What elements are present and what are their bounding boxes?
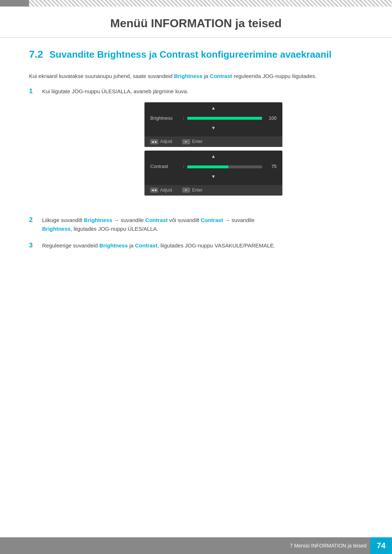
step-3-text-end: , liigutades JOG-nuppu VASAKULE/PAREMALE… bbox=[158, 242, 275, 249]
brightness-enter-item: ↵ Enter bbox=[182, 138, 203, 145]
contrast-colon: : bbox=[183, 163, 184, 171]
step-3: 3 Reguleerige suvandeid Brightness ja Co… bbox=[29, 241, 363, 250]
step-3-text-before: Reguleerige suvandeid bbox=[42, 242, 99, 249]
brightness-bar-fill bbox=[187, 117, 262, 120]
step-1-content: Kui liigutate JOG-nuppu ÜLES/ALLA, avane… bbox=[42, 87, 363, 208]
brightness-screen: ▲ Brightness : 100 ▼ bbox=[144, 102, 282, 147]
step-2-text-mid2: või suvandilt bbox=[168, 217, 201, 223]
brightness-bar bbox=[187, 117, 262, 120]
section-number: 7.2 bbox=[29, 49, 44, 60]
step-2-number: 2 bbox=[29, 216, 39, 224]
intro-text-before: Kui ekraanil kuvatakse suunanupu juhend,… bbox=[29, 73, 174, 79]
step-2-text-mid1: suvandile bbox=[121, 217, 146, 223]
intro-paragraph: Kui ekraanil kuvatakse suunanupu juhend,… bbox=[29, 72, 363, 81]
footer-text: 7 Menüü INFORMATION ja teised bbox=[290, 543, 370, 549]
step-3-bold-contrast: Contrast bbox=[135, 242, 158, 249]
step-1: 1 Kui liigutate JOG-nuppu ÜLES/ALLA, ava… bbox=[29, 87, 363, 208]
step-3-text-mid: ja bbox=[128, 242, 135, 249]
brightness-arrow-down: ▼ bbox=[144, 124, 282, 134]
step-1-number: 1 bbox=[29, 87, 39, 95]
step-3-bold-brightness: Brightness bbox=[99, 242, 128, 249]
step-2-text-end: , liigutades JOG-nuppu ÜLES/ALLA. bbox=[70, 226, 158, 232]
page-footer: 7 Menüü INFORMATION ja teised 74 bbox=[0, 537, 392, 554]
top-bar-accent bbox=[0, 0, 29, 7]
contrast-arrow-up: ▲ bbox=[144, 151, 282, 161]
contrast-row: Contrast : 75 bbox=[144, 161, 282, 172]
screens-container: ▲ Brightness : 100 ▼ bbox=[64, 102, 363, 199]
section-title: Suvandite Brightness ja Contrast konfigu… bbox=[49, 49, 331, 61]
page-title: Menüü INFORMATION ja teised bbox=[0, 17, 392, 30]
section-heading: 7.2 Suvandite Brightness ja Contrast kon… bbox=[29, 49, 363, 61]
main-content: 7.2 Suvandite Brightness ja Contrast kon… bbox=[0, 49, 392, 250]
step-2-text-mid3: suvandile bbox=[232, 217, 254, 223]
brightness-row: Brightness : 100 bbox=[144, 113, 282, 124]
page-number: 74 bbox=[370, 537, 392, 554]
page-header: Menüü INFORMATION ja teised bbox=[0, 7, 392, 38]
brightness-arrow-up: ▲ bbox=[144, 102, 282, 113]
adjust-label: Adjust bbox=[160, 138, 172, 145]
step-2-arrow2: → bbox=[223, 217, 232, 223]
contrast-adjust-label: Adjust bbox=[160, 187, 172, 194]
brightness-screen-footer: ◄► Adjust ↵ Enter bbox=[144, 136, 282, 147]
step-2-bold-brightness: Brightness bbox=[84, 217, 112, 223]
step-2-arrow1: → bbox=[112, 217, 121, 223]
contrast-label: Contrast bbox=[150, 163, 183, 171]
intro-text-end: reguleerida JOG-nuppu liigutades. bbox=[232, 73, 317, 79]
step-2-text-before: Liikuge suvandilt bbox=[42, 217, 84, 223]
contrast-arrow-down: ▼ bbox=[144, 172, 282, 182]
brightness-value: 100 bbox=[266, 115, 277, 122]
brightness-label: Brightness bbox=[150, 115, 183, 122]
adjust-jog-icon: ◄► bbox=[150, 139, 158, 144]
contrast-bar bbox=[187, 165, 262, 168]
contrast-enter-label: Enter bbox=[192, 187, 203, 194]
contrast-enter-item: ↵ Enter bbox=[182, 187, 203, 194]
steps-list: 1 Kui liigutate JOG-nuppu ÜLES/ALLA, ava… bbox=[29, 87, 363, 250]
brightness-adjust-item: ◄► Adjust bbox=[150, 138, 172, 145]
intro-bold-contrast: Contrast bbox=[210, 73, 232, 79]
step-2-bold-contrast: Contrast bbox=[145, 217, 168, 223]
top-decorative-bar bbox=[0, 0, 392, 7]
contrast-value: 75 bbox=[266, 163, 277, 171]
step-2-content: Liikuge suvandilt Brightness → suvandile… bbox=[42, 216, 363, 233]
contrast-bar-fill bbox=[187, 165, 229, 168]
step-2-bold-brightness2: Brightness bbox=[42, 226, 70, 232]
step-2: 2 Liikuge suvandilt Brightness → suvandi… bbox=[29, 216, 363, 233]
enter-label: Enter bbox=[192, 138, 203, 145]
contrast-enter-icon: ↵ bbox=[182, 188, 190, 193]
contrast-screen: ▲ Contrast : 75 ▼ bbox=[144, 151, 282, 196]
brightness-colon: : bbox=[183, 115, 184, 122]
contrast-adjust-item: ◄► Adjust bbox=[150, 187, 172, 194]
step-3-number: 3 bbox=[29, 242, 39, 249]
step-3-content: Reguleerige suvandeid Brightness ja Cont… bbox=[42, 241, 363, 250]
enter-icon: ↵ bbox=[182, 139, 190, 144]
contrast-adjust-jog-icon: ◄► bbox=[150, 188, 158, 193]
step-2-bold-contrast2: Contrast bbox=[201, 217, 223, 223]
contrast-screen-footer: ◄► Adjust ↵ Enter bbox=[144, 185, 282, 196]
intro-text-mid: ja bbox=[203, 73, 210, 79]
step-1-text: Kui liigutate JOG-nuppu ÜLES/ALLA, avane… bbox=[42, 88, 188, 94]
intro-bold-brightness: Brightness bbox=[174, 73, 202, 79]
